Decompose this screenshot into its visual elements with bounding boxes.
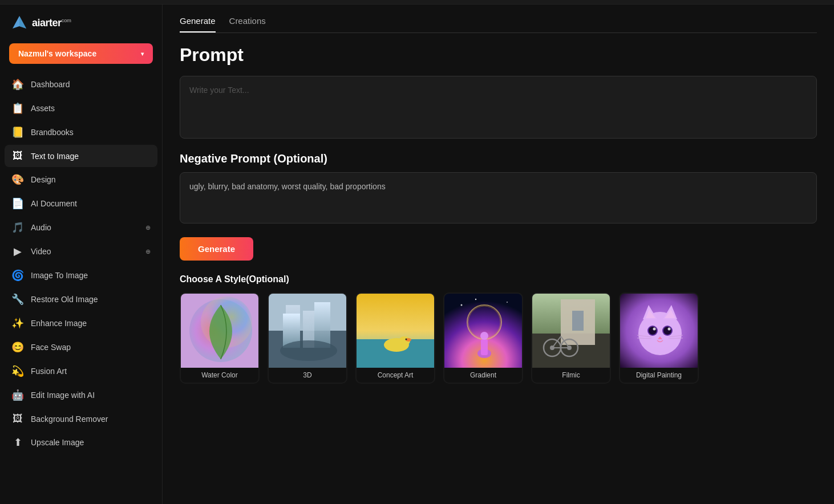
assets-icon: 📋 (11, 102, 24, 115)
tabs: Generate Creations (180, 16, 817, 33)
sidebar-item-brandbooks[interactable]: 📒 Brandbooks (5, 121, 157, 144)
sidebar-label-edit-image: Edit Image with AI (31, 391, 95, 400)
negative-prompt-input[interactable]: ugly, blurry, bad anatomy, worst quality… (180, 172, 817, 223)
sidebar-label-restore: Restore Old Image (31, 295, 98, 304)
style-card-watercolor[interactable]: Water Color (180, 292, 260, 384)
brandbooks-icon: 📒 (11, 126, 24, 139)
sidebar-item-upscale-image[interactable]: ⬆ Upscale Image (5, 431, 157, 454)
sidebar-item-image-to-image[interactable]: 🌀 Image To Image (5, 264, 157, 287)
workspace-button[interactable]: Nazmul's workspace ▾ (9, 43, 153, 64)
style-card-concept[interactable]: Concept Art (355, 292, 435, 384)
style-img-watercolor (181, 294, 260, 368)
style-label-3d: 3D (269, 368, 346, 383)
tab-creations[interactable]: Creations (229, 16, 266, 32)
sidebar-item-background-remover[interactable]: 🖼 Background Remover (5, 408, 157, 430)
style-img-filmic (532, 294, 611, 368)
audio-badge: ⊕ (145, 224, 151, 231)
sidebar-label-enhance: Enhance Image (31, 319, 87, 328)
logo: aiartercom (0, 5, 162, 39)
style-img-digital (620, 294, 699, 368)
style-img-concept (357, 294, 435, 368)
svg-rect-32 (572, 311, 584, 331)
style-img-3d (269, 294, 347, 368)
style-card-filmic[interactable]: Filmic (531, 292, 611, 384)
image-to-image-icon: 🌀 (11, 269, 24, 282)
prompt-input[interactable] (180, 76, 817, 139)
sidebar-label-assets: Assets (31, 104, 55, 113)
text-to-image-icon: 🖼 (11, 150, 24, 162)
sidebar-item-fusion-art[interactable]: 💫 Fusion Art (5, 360, 157, 383)
svg-point-23 (507, 302, 508, 303)
sidebar-item-design[interactable]: 🎨 Design (5, 168, 157, 191)
style-grid: Water Color (180, 292, 817, 384)
sidebar-item-restore-old-image[interactable]: 🔧 Restore Old Image (5, 288, 157, 311)
style-label-digital: Digital Painting (620, 368, 698, 383)
sidebar-item-assets[interactable]: 📋 Assets (5, 97, 157, 120)
sidebar-item-video[interactable]: ▶ Video ⊕ (5, 240, 157, 263)
video-badge: ⊕ (145, 248, 151, 255)
restore-icon: 🔧 (11, 293, 24, 306)
style-card-gradient[interactable]: Gradient (443, 292, 523, 384)
style-img-gradient (444, 294, 523, 368)
svg-point-22 (461, 304, 463, 306)
svg-marker-1 (19, 16, 26, 29)
sidebar-label-design: Design (31, 175, 56, 184)
style-card-3d[interactable]: 3D (268, 292, 347, 384)
dashboard-icon: 🏠 (11, 78, 24, 91)
video-icon: ▶ (11, 245, 24, 258)
svg-point-48 (649, 327, 657, 335)
main-content: Generate Creations Prompt Negative Promp… (163, 5, 834, 504)
sidebar-label-face-swap: Face Swap (31, 343, 71, 352)
style-card-digital[interactable]: Digital Painting (619, 292, 699, 384)
sidebar-label-dashboard: Dashboard (31, 80, 70, 89)
svg-point-49 (663, 327, 671, 335)
sidebar-item-ai-document[interactable]: 📄 AI Document (5, 192, 157, 215)
svg-point-24 (475, 299, 476, 300)
sidebar-label-audio: Audio (31, 223, 51, 232)
svg-rect-26 (481, 339, 488, 355)
sidebar-item-audio[interactable]: 🎵 Audio ⊕ (5, 216, 157, 239)
sidebar-item-text-to-image[interactable]: 🖼 Text to Image (5, 145, 157, 167)
style-label-concept: Concept Art (357, 368, 434, 383)
style-section-label: Choose A Style(Optional) (180, 274, 817, 284)
generate-button[interactable]: Generate (180, 237, 253, 261)
workspace-label: Nazmul's workspace (18, 49, 96, 58)
sidebar-item-dashboard[interactable]: 🏠 Dashboard (5, 73, 157, 96)
style-label-filmic: Filmic (532, 368, 610, 383)
sidebar-label-brandbooks: Brandbooks (31, 128, 74, 137)
sidebar: aiartercom Nazmul's workspace ▾ 🏠 Dashbo… (0, 5, 163, 504)
fusion-art-icon: 💫 (11, 365, 24, 377)
svg-point-12 (280, 340, 337, 361)
sidebar-label-upscale: Upscale Image (31, 438, 84, 447)
sidebar-item-face-swap[interactable]: 😊 Face Swap (5, 336, 157, 359)
page-title: Prompt (180, 44, 817, 66)
tab-generate[interactable]: Generate (180, 16, 216, 32)
sidebar-label-image-to-image: Image To Image (31, 271, 88, 280)
sidebar-label-text-to-image: Text to Image (31, 152, 79, 161)
audio-icon: 🎵 (11, 221, 24, 234)
svg-point-50 (653, 328, 656, 331)
sidebar-label-fusion-art: Fusion Art (31, 367, 67, 376)
logo-text: aiartercom (32, 17, 71, 29)
edit-image-icon: 🤖 (11, 389, 24, 401)
enhance-icon: ✨ (11, 317, 24, 330)
ai-document-icon: 📄 (11, 197, 24, 210)
style-label-gradient: Gradient (444, 368, 522, 383)
svg-point-18 (406, 339, 407, 340)
workspace-chevron: ▾ (141, 51, 144, 57)
sidebar-label-bg-remover: Background Remover (31, 414, 108, 424)
sidebar-nav: 🏠 Dashboard 📋 Assets 📒 Brandbooks 🖼 Text… (0, 73, 162, 454)
sidebar-item-enhance-image[interactable]: ✨ Enhance Image (5, 312, 157, 335)
svg-point-51 (668, 328, 671, 331)
style-label-watercolor: Water Color (181, 368, 258, 383)
upscale-icon: ⬆ (11, 436, 24, 449)
negative-prompt-label: Negative Prompt (Optional) (180, 152, 817, 165)
design-icon: 🎨 (11, 173, 24, 186)
sidebar-label-video: Video (31, 247, 51, 256)
face-swap-icon: 😊 (11, 341, 24, 353)
svg-point-27 (480, 332, 488, 340)
sidebar-item-edit-image-ai[interactable]: 🤖 Edit Image with AI (5, 384, 157, 407)
sidebar-label-ai-document: AI Document (31, 199, 77, 208)
bg-remover-icon: 🖼 (11, 413, 24, 425)
